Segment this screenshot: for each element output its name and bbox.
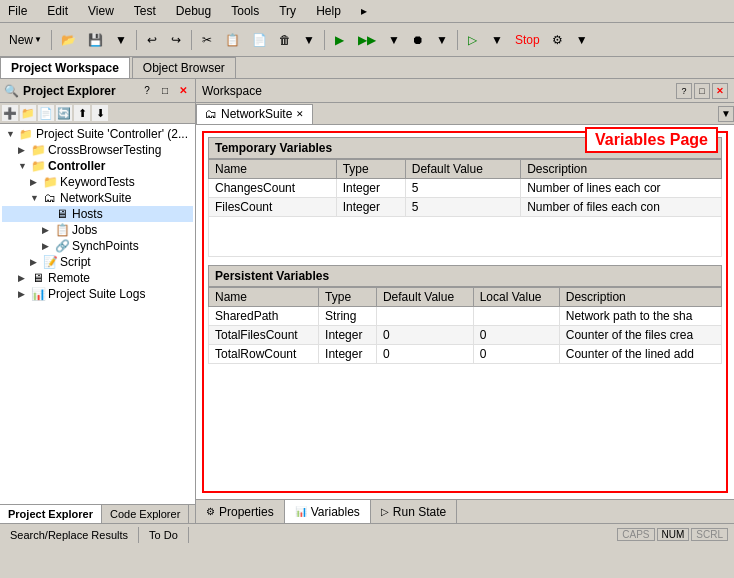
float-icon[interactable]: □ [157,83,173,99]
record-dropdown[interactable]: ▼ [431,28,453,52]
tab-label: Variables [311,505,360,519]
tree-item-synchpoints[interactable]: ▶ 🔗 SynchPoints [2,238,193,254]
expand-icon[interactable]: ▼ [30,193,40,203]
tab-run-state[interactable]: ▷ Run State [371,500,457,523]
run-dropdown[interactable]: ▼ [383,28,405,52]
paste-button[interactable]: 📄 [247,28,272,52]
tree-item-project-suite[interactable]: ▼ 📁 Project Suite 'Controller' (2... [2,126,193,142]
folder-icon: 📁 [30,159,46,173]
left-panel: 🔍 Project Explorer ? □ ✕ ➕ 📁 📄 🔄 ⬆ ⬇ ▼ 📁 [0,79,196,523]
folder-icon: 📁 [42,175,58,189]
remote-icon: 🖥 [30,271,46,285]
tree-item-crossbrowser[interactable]: ▶ 📁 CrossBrowserTesting [2,142,193,158]
status-indicators: CAPS NUM SCRL [611,528,734,541]
table-row[interactable]: TotalRowCount Integer 0 0 Counter of the… [209,345,722,364]
expand-icon[interactable]: ▶ [30,177,40,187]
table-row[interactable]: FilesCount Integer 5 Number of files eac… [209,198,722,217]
tree-item-jobs[interactable]: ▶ 📋 Jobs [2,222,193,238]
play-button[interactable]: ▷ [462,28,484,52]
run2-button[interactable]: ▶▶ [353,28,381,52]
menu-tools[interactable]: Tools [227,2,263,20]
col-default: Default Value [405,160,520,179]
move-up-button[interactable]: ⬆ [74,105,90,121]
delete-button[interactable]: 🗑 [274,28,296,52]
help-icon[interactable]: ? [139,83,155,99]
tree-label: Project Suite Logs [48,287,145,301]
add-folder-button[interactable]: 📁 [20,105,36,121]
col-local: Local Value [473,288,559,307]
tree-item-controller[interactable]: ▼ 📁 Controller [2,158,193,174]
delete-dropdown[interactable]: ▼ [298,28,320,52]
expand-icon[interactable]: ▶ [18,145,28,155]
refresh-button[interactable]: 🔄 [56,105,72,121]
workspace-float[interactable]: □ [694,83,710,99]
doc-tab-close[interactable]: ✕ [296,109,304,119]
config-button[interactable]: ⚙ [547,28,569,52]
tree-item-logs[interactable]: ▶ 📊 Project Suite Logs [2,286,193,302]
tab-search-replace[interactable]: Search/Replace Results [0,527,139,543]
tab-variables[interactable]: 📊 Variables [285,500,371,523]
doc-tab-label: NetworkSuite [221,107,292,121]
menu-edit[interactable]: Edit [43,2,72,20]
menu-try[interactable]: Try [275,2,300,20]
new-button[interactable]: New ▼ [4,28,47,52]
redo-button[interactable]: ↪ [165,28,187,52]
table-row[interactable]: TotalFilesCount Integer 0 0 Counter of t… [209,326,722,345]
statusbar: Search/Replace Results To Do CAPS NUM SC… [0,523,734,545]
variables-page-title: Variables Page [585,127,718,153]
expand-icon[interactable]: ▼ [18,161,28,171]
add-item-button[interactable]: ➕ [2,105,18,121]
expand-icon[interactable]: ▶ [18,289,28,299]
tab-todo[interactable]: To Do [139,527,189,543]
tab-properties[interactable]: ⚙ Properties [196,500,285,523]
close-icon[interactable]: ✕ [175,83,191,99]
cut-button[interactable]: ✂ [196,28,218,52]
menu-test[interactable]: Test [130,2,160,20]
move-down-button[interactable]: ⬇ [92,105,108,121]
expand-icon[interactable]: ▶ [30,257,40,267]
workspace-buttons: ? □ ✕ [676,83,728,99]
menu-view[interactable]: View [84,2,118,20]
folder-icon: 📁 [30,143,46,157]
table-row[interactable]: ChangesCount Integer 5 Number of lines e… [209,179,722,198]
copy-button[interactable]: 📋 [220,28,245,52]
tree-item-remote[interactable]: ▶ 🖥 Remote [2,270,193,286]
stop-label: Stop [515,33,540,47]
col-type: Type [336,160,405,179]
open-button[interactable]: 📂 [56,28,81,52]
expand-icon[interactable]: ▶ [18,273,28,283]
play-dropdown[interactable]: ▼ [486,28,508,52]
run-button[interactable]: ▶ [329,28,351,52]
cell-desc: Number of lines each cor [521,179,722,198]
record-button[interactable]: ⏺ [407,28,429,52]
undo-button[interactable]: ↩ [141,28,163,52]
stop-button[interactable]: Stop [510,28,545,52]
tree-item-script[interactable]: ▶ 📝 Script [2,254,193,270]
tab-project-workspace[interactable]: Project Workspace [0,57,130,78]
config-dropdown[interactable]: ▼ [571,28,593,52]
save-button[interactable]: 💾 [83,28,108,52]
save-dropdown[interactable]: ▼ [110,28,132,52]
tab-object-browser[interactable]: Object Browser [132,57,236,78]
tab-project-explorer[interactable]: Project Explorer [0,505,102,523]
tree-item-keywordtests[interactable]: ▶ 📁 KeywordTests [2,174,193,190]
tab-scroll-arrow[interactable]: ▼ [718,106,734,122]
tree-item-hosts[interactable]: 🖥 Hosts [2,206,193,222]
doc-tab-networksuite[interactable]: 🗂 NetworkSuite ✕ [196,104,313,124]
workspace-help[interactable]: ? [676,83,692,99]
tab-code-explorer[interactable]: Code Explorer [102,505,189,523]
script-icon: 📝 [42,255,58,269]
tree-item-networksuite[interactable]: ▼ 🗂 NetworkSuite [2,190,193,206]
add-file-button[interactable]: 📄 [38,105,54,121]
tree-label: Project Suite 'Controller' (2... [36,127,188,141]
menu-help[interactable]: Help [312,2,345,20]
table-row[interactable]: SharedPath String Network path to the sh… [209,307,722,326]
menu-debug[interactable]: Debug [172,2,215,20]
cell-type: String [319,307,377,326]
workspace-close[interactable]: ✕ [712,83,728,99]
expand-icon[interactable]: ▶ [42,241,52,251]
expand-icon[interactable]: ▶ [42,225,52,235]
new-dropdown-arrow[interactable]: ▼ [34,35,42,44]
menu-file[interactable]: File [4,2,31,20]
expand-icon[interactable]: ▼ [6,129,16,139]
